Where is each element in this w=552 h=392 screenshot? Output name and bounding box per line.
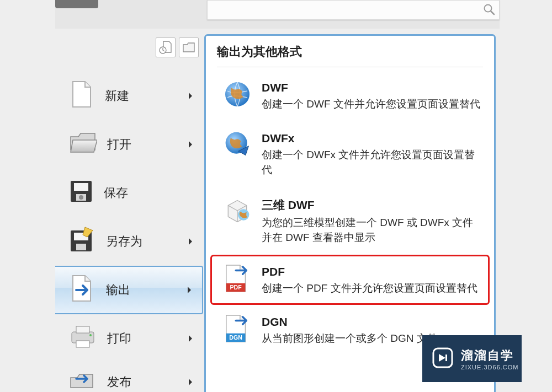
export-icon [68,273,96,307]
menu-label: 新建 [105,88,129,104]
new-file-icon [68,79,95,112]
panel-header: 输出为其他格式 [206,36,494,60]
pdf-icon: PDF [223,264,252,293]
menu-item-save[interactable]: 保存 [55,169,203,217]
submenu-arrow-icon [188,234,193,249]
svg-text:PDF: PDF [230,284,242,291]
divider [217,67,483,67]
recent-icon [158,40,173,55]
export-option-dwfx[interactable]: DWFx 创建一个 DWFx 文件并允许您设置页面设置替代 [210,121,490,187]
svg-rect-11 [76,326,89,333]
svg-line-1 [491,11,494,14]
saveas-icon [68,226,96,257]
search-input[interactable] [207,0,500,20]
submenu-arrow-icon [188,331,193,346]
publish-icon [68,368,97,392]
svg-rect-22 [445,355,447,361]
export-option-pdf[interactable]: PDF PDF 创建一个 PDF 文件并允许您设置页面设置替代 [210,255,490,305]
toolbar-area [55,0,500,29]
menu-item-publish[interactable]: 发布 [55,363,203,392]
folder-icon [182,40,196,55]
menu-item-saveas[interactable]: 另存为 [55,217,203,266]
app-thumbnail [55,0,98,8]
option-title: DGN [262,315,480,329]
export-option-dwf[interactable]: DWF 创建一个 DWF 文件并允许您设置页面设置替代 [210,71,490,121]
svg-point-13 [89,334,92,336]
submenu-arrow-icon [187,283,192,297]
option-desc: 创建一个 DWF 文件并允许您设置页面设置替代 [262,96,480,112]
option-title: DWF [262,81,480,94]
menu-label: 打开 [107,136,131,153]
option-desc: 创建一个 PDF 文件并允许您设置页面设置替代 [262,281,480,296]
dwfx-globe-icon [223,131,252,159]
svg-rect-9 [76,244,86,250]
option-title: PDF [262,265,480,278]
open-folder-icon [68,131,97,158]
menu-item-export[interactable]: 输出 [55,266,203,314]
dwf-globe-icon [223,80,252,109]
save-icon [68,179,94,207]
watermark-logo-icon [431,346,454,372]
svg-rect-12 [76,341,89,347]
watermark-title: 溜溜自学 [461,347,518,364]
option-desc: 为您的三维模型创建一个 DWF 或 DWFx 文件并在 DWF 查看器中显示 [262,215,480,245]
export-option-dwf3d[interactable]: 三维 DWF 为您的三维模型创建一个 DWF 或 DWFx 文件并在 DWF 查… [210,187,490,255]
svg-point-6 [79,195,83,200]
menu-item-new[interactable]: 新建 [55,72,203,120]
option-title: 三维 DWF [262,197,480,213]
submenu-arrow-icon [188,89,193,103]
menu-label: 输出 [106,282,130,298]
submenu-arrow-icon [188,375,193,389]
printer-icon [68,324,97,353]
svg-text:DGN: DGN [229,335,242,341]
option-desc: 创建一个 DWFx 文件并允许您设置页面设置替代 [262,147,480,178]
menu-item-open[interactable]: 打开 [55,120,203,169]
search-icon[interactable] [482,3,496,18]
open-docs-button[interactable] [179,37,199,57]
menu-label: 打印 [107,330,131,347]
submenu-arrow-icon [188,137,193,152]
dgn-icon: DGN [223,314,252,343]
menu-label: 另存为 [106,233,142,250]
watermark-subtitle: ZIXUE.3D66.COM [461,364,518,370]
svg-rect-4 [74,183,88,191]
menu-label: 保存 [104,185,128,201]
watermark: 溜溜自学 ZIXUE.3D66.COM [422,335,522,382]
menu-item-print[interactable]: 打印 [55,314,203,363]
option-title: DWFx [262,132,480,145]
recent-docs-button[interactable] [156,37,176,57]
menu-label: 发布 [107,374,131,390]
dwf3d-box-icon [223,196,252,225]
